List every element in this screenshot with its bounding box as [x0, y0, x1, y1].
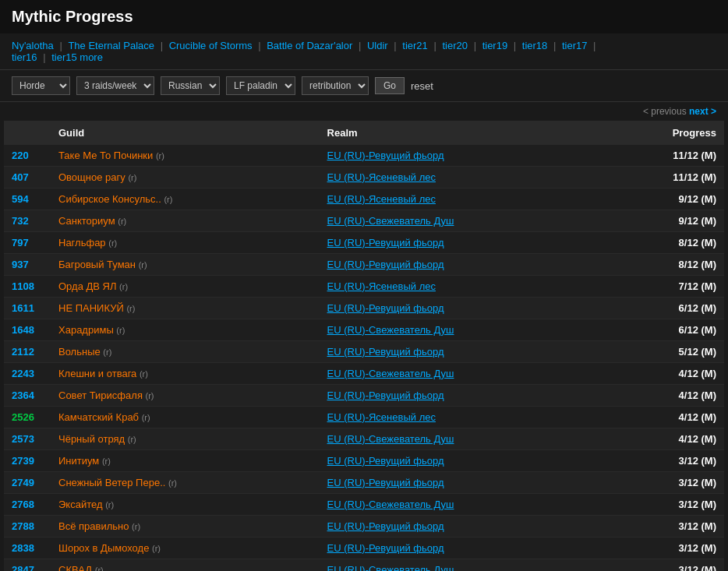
- realm-link[interactable]: EU (RU)-Ревущий фьорд: [327, 389, 444, 401]
- role-select[interactable]: LF paladin LF warrior LF mage: [226, 76, 295, 95]
- guild-cell[interactable]: Всё правильно (r): [51, 516, 320, 538]
- guild-link[interactable]: Санкториум: [58, 215, 115, 227]
- realm-cell[interactable]: EU (RU)-Ясеневый лес: [320, 407, 605, 428]
- realm-link[interactable]: EU (RU)-Свежеватель Душ: [327, 499, 454, 510]
- guild-cell[interactable]: Клешни и отвага (r): [51, 363, 320, 385]
- guild-link[interactable]: Эксайтед: [58, 499, 103, 510]
- guild-link[interactable]: Инитиум: [58, 455, 99, 467]
- guild-cell[interactable]: СКВАД (r): [51, 559, 320, 572]
- guild-link[interactable]: Орда ДВ ЯЛ: [58, 280, 116, 292]
- realm-link[interactable]: EU (RU)-Ясеневый лес: [327, 193, 436, 205]
- guild-cell[interactable]: Таке Ме То Починки (r): [51, 145, 320, 167]
- guild-cell[interactable]: Инитиум (r): [51, 450, 320, 472]
- realm-link[interactable]: EU (RU)-Ревущий фьорд: [327, 477, 444, 488]
- guild-cell[interactable]: Сибирское Консульс.. (r): [51, 189, 320, 210]
- nav-tier18[interactable]: tier18: [522, 40, 548, 51]
- realm-link[interactable]: EU (RU)-Ясеневый лес: [327, 280, 436, 292]
- guild-cell[interactable]: Снежный Ветер Пере.. (r): [51, 472, 320, 494]
- realm-cell[interactable]: EU (RU)-Свежеватель Душ: [320, 428, 605, 450]
- realm-cell[interactable]: EU (RU)-Ревущий фьорд: [320, 516, 605, 538]
- nav-crucible[interactable]: Crucible of Storms: [169, 40, 253, 51]
- guild-cell[interactable]: Чёрный отряд (r): [51, 428, 320, 450]
- guild-cell[interactable]: Шорох в Дымоходе (r): [51, 538, 320, 559]
- guild-cell[interactable]: Харадримы (r): [51, 319, 320, 341]
- realm-cell[interactable]: EU (RU)-Свежеватель Душ: [320, 559, 605, 572]
- nav-tier20[interactable]: tier20: [442, 40, 468, 51]
- guild-link[interactable]: Чёрный отряд: [58, 433, 125, 445]
- guild-link[interactable]: Сибирское Консульс..: [58, 193, 161, 205]
- realm-link[interactable]: EU (RU)-Свежеватель Душ: [327, 215, 454, 227]
- realm-link[interactable]: EU (RU)-Ревущий фьорд: [327, 259, 444, 270]
- realm-link[interactable]: EU (RU)-Свежеватель Душ: [327, 324, 454, 336]
- realm-link[interactable]: EU (RU)-Ясеневый лес: [327, 171, 436, 183]
- realm-link[interactable]: EU (RU)-Ревущий фьорд: [327, 542, 444, 554]
- nav-eternal-palace[interactable]: The Eternal Palace: [68, 40, 154, 51]
- guild-link[interactable]: Совет Тирисфаля: [58, 389, 143, 401]
- go-button[interactable]: Go: [375, 77, 405, 94]
- realm-cell[interactable]: EU (RU)-Ревущий фьорд: [320, 232, 605, 254]
- guild-cell[interactable]: Совет Тирисфаля (r): [51, 385, 320, 407]
- guild-cell[interactable]: Нагльфар (r): [51, 232, 320, 254]
- realm-cell[interactable]: EU (RU)-Свежеватель Душ: [320, 210, 605, 232]
- realm-cell[interactable]: EU (RU)-Ревущий фьорд: [320, 298, 605, 319]
- realm-link[interactable]: EU (RU)-Ревущий фьорд: [327, 346, 444, 358]
- guild-cell[interactable]: Санкториум (r): [51, 210, 320, 232]
- guild-link[interactable]: НЕ ПАНИКУЙ: [58, 302, 124, 314]
- guild-cell[interactable]: Овощное рагу (r): [51, 167, 320, 189]
- realm-cell[interactable]: EU (RU)-Ревущий фьорд: [320, 385, 605, 407]
- realm-cell[interactable]: EU (RU)-Свежеватель Душ: [320, 363, 605, 385]
- realm-link[interactable]: EU (RU)-Ревущий фьорд: [327, 520, 444, 532]
- faction-select[interactable]: Horde Alliance Both: [12, 76, 70, 95]
- nav-tier19[interactable]: tier19: [482, 40, 508, 51]
- nav-tier17[interactable]: tier17: [562, 40, 588, 51]
- language-select[interactable]: Russian English German: [161, 76, 220, 95]
- guild-cell[interactable]: Орда ДВ ЯЛ (r): [51, 276, 320, 298]
- guild-link[interactable]: Вольные: [58, 346, 101, 358]
- guild-link[interactable]: Таке Ме То Починки: [58, 150, 153, 161]
- realm-cell[interactable]: EU (RU)-Ревущий фьорд: [320, 450, 605, 472]
- guild-link[interactable]: Багровый Туман: [58, 259, 136, 270]
- guild-link[interactable]: Шорох в Дымоходе: [58, 542, 149, 554]
- guild-link[interactable]: Овощное рагу: [58, 171, 125, 183]
- nav-nyalotha[interactable]: Ny'alotha: [12, 40, 54, 51]
- guild-cell[interactable]: Вольные (r): [51, 341, 320, 363]
- guild-link[interactable]: Харадримы: [58, 324, 114, 336]
- raids-per-week-select[interactable]: 3 raids/week 1 raid/week 2 raids/week 4 …: [76, 76, 154, 95]
- guild-cell[interactable]: Камчатский Краб (r): [51, 407, 320, 428]
- nav-more[interactable]: more: [80, 51, 103, 63]
- realm-cell[interactable]: EU (RU)-Ясеневый лес: [320, 189, 605, 210]
- reset-link[interactable]: reset: [411, 80, 433, 92]
- realm-link[interactable]: EU (RU)-Свежеватель Душ: [327, 368, 454, 379]
- guild-link[interactable]: Всё правильно: [58, 520, 129, 532]
- realm-cell[interactable]: EU (RU)-Ревущий фьорд: [320, 145, 605, 167]
- guild-cell[interactable]: НЕ ПАНИКУЙ (r): [51, 298, 320, 319]
- realm-link[interactable]: EU (RU)-Ревущий фьорд: [327, 455, 444, 467]
- nav-tier15[interactable]: tier15: [51, 51, 77, 63]
- nav-battle-dazar[interactable]: Battle of Dazar'alor: [267, 40, 352, 51]
- guild-cell[interactable]: Багровый Туман (r): [51, 254, 320, 276]
- realm-cell[interactable]: EU (RU)-Ревущий фьорд: [320, 472, 605, 494]
- nav-uldir[interactable]: Uldir: [367, 40, 388, 51]
- next-link[interactable]: next >: [689, 106, 716, 117]
- guild-link[interactable]: Снежный Ветер Пере..: [58, 477, 165, 488]
- realm-link[interactable]: EU (RU)-Ревущий фьорд: [327, 237, 444, 248]
- realm-link[interactable]: EU (RU)-Ревущий фьорд: [327, 302, 444, 314]
- guild-link[interactable]: Клешни и отвага: [58, 368, 136, 379]
- realm-link[interactable]: EU (RU)-Ясеневый лес: [327, 411, 436, 423]
- guild-link[interactable]: Камчатский Краб: [58, 411, 139, 423]
- realm-cell[interactable]: EU (RU)-Ревущий фьорд: [320, 538, 605, 559]
- realm-cell[interactable]: EU (RU)-Свежеватель Душ: [320, 319, 605, 341]
- spec-select[interactable]: retribution holy protection: [302, 76, 369, 95]
- realm-cell[interactable]: EU (RU)-Ясеневый лес: [320, 167, 605, 189]
- guild-cell[interactable]: Эксайтед (r): [51, 494, 320, 516]
- realm-link[interactable]: EU (RU)-Свежеватель Душ: [327, 564, 454, 571]
- realm-cell[interactable]: EU (RU)-Ревущий фьорд: [320, 254, 605, 276]
- guild-link[interactable]: Нагльфар: [58, 237, 106, 248]
- nav-tier21[interactable]: tier21: [402, 40, 428, 51]
- guild-link[interactable]: СКВАД: [58, 564, 92, 571]
- realm-cell[interactable]: EU (RU)-Свежеватель Душ: [320, 494, 605, 516]
- realm-link[interactable]: EU (RU)-Свежеватель Душ: [327, 433, 454, 445]
- nav-tier16[interactable]: tier16: [12, 51, 37, 63]
- realm-cell[interactable]: EU (RU)-Ясеневый лес: [320, 276, 605, 298]
- realm-cell[interactable]: EU (RU)-Ревущий фьорд: [320, 341, 605, 363]
